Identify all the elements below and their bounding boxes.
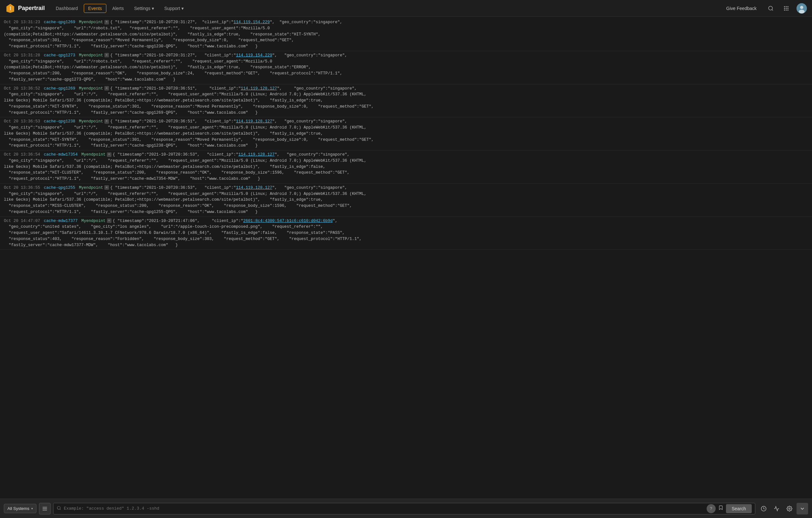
- log-ip-link[interactable]: 114.119.128.127: [236, 186, 272, 190]
- log-server[interactable]: cache-qpg1273: [44, 53, 76, 58]
- log-endpoint[interactable]: Myendpoint: [79, 86, 103, 91]
- log-endpoint[interactable]: Myendpoint: [79, 186, 103, 190]
- log-ip-link[interactable]: 2601:8c4:4300:547:b1c6:c610:d042:6b9d: [243, 219, 333, 223]
- svg-rect-7: [787, 6, 788, 7]
- svg-point-3: [768, 6, 772, 10]
- search-help-button[interactable]: ?: [707, 504, 716, 513]
- svg-point-20: [57, 506, 60, 509]
- log-server[interactable]: cache-qpg1255: [44, 186, 76, 190]
- bottom-bar: All Systems ▾ ? Search: [0, 499, 812, 518]
- nav-links: Dashboard Events Alerts Settings ▾ Suppo…: [51, 4, 720, 13]
- log-time: Oct 20 14:47:07: [4, 219, 40, 223]
- log-endpoint[interactable]: Myendpoint: [79, 53, 103, 58]
- settings-chevron-icon: ▾: [152, 6, 154, 11]
- nav-events[interactable]: Events: [84, 4, 107, 13]
- navbar: Papertrail Dashboard Events Alerts Setti…: [0, 0, 812, 17]
- nav-logo[interactable]: Papertrail: [5, 3, 45, 13]
- nav-alerts[interactable]: Alerts: [108, 4, 128, 13]
- log-endpoint[interactable]: Myendpoint: [79, 20, 103, 25]
- nav-right: Give Feedback: [722, 3, 807, 13]
- search-bar-icon: [57, 506, 61, 512]
- log-server[interactable]: cache-qpg1269: [44, 86, 76, 91]
- system-label: All Systems: [7, 506, 29, 511]
- log-time: Oct 20 13:31:28: [4, 53, 40, 58]
- svg-rect-12: [786, 9, 787, 10]
- time-filter-button[interactable]: [758, 503, 770, 514]
- log-entry[interactable]: Oct 20 13:31:23 cache-qpg1269 Myendpoint…: [0, 18, 812, 51]
- search-input[interactable]: [64, 506, 704, 511]
- svg-rect-10: [787, 8, 788, 9]
- log-expand-button[interactable]: +: [105, 119, 109, 124]
- give-feedback-button[interactable]: Give Feedback: [722, 4, 760, 13]
- user-avatar[interactable]: [796, 3, 807, 13]
- log-entry[interactable]: Oct 20 13:31:28 cache-qpg1273 Myendpoint…: [0, 51, 812, 84]
- settings-button[interactable]: [784, 503, 795, 514]
- log-expand-button[interactable]: +: [107, 152, 112, 157]
- svg-point-23: [789, 508, 790, 509]
- menu-button[interactable]: [39, 503, 51, 514]
- log-entry[interactable]: Oct 20 13:36:55 cache-qpg1255 Myendpoint…: [0, 184, 812, 217]
- log-endpoint[interactable]: Myendpoint: [82, 152, 106, 157]
- log-ip-link[interactable]: 114.119.128.127: [241, 86, 277, 91]
- log-ip-link[interactable]: 114.119.128.127: [236, 119, 272, 124]
- nav-settings[interactable]: Settings ▾: [129, 4, 158, 13]
- svg-rect-5: [784, 6, 785, 7]
- log-entry[interactable]: Oct 20 13:36:53 cache-qpg1238 Myendpoint…: [0, 117, 812, 150]
- svg-rect-11: [784, 9, 785, 10]
- svg-line-21: [60, 509, 61, 510]
- papertrail-logo-icon: [5, 3, 16, 13]
- nav-dashboard[interactable]: Dashboard: [51, 4, 83, 13]
- log-time: Oct 20 13:36:54: [4, 152, 40, 157]
- system-selector[interactable]: All Systems ▾: [4, 504, 36, 513]
- log-entry[interactable]: Oct 20 13:36:52 cache-qpg1269 Myendpoint…: [0, 84, 812, 118]
- svg-line-4: [772, 9, 773, 10]
- log-container: Oct 20 13:31:23 cache-qpg1269 Myendpoint…: [0, 17, 812, 499]
- support-chevron-icon: ▾: [181, 6, 184, 11]
- system-chevron-icon: ▾: [31, 507, 33, 510]
- log-ip-link[interactable]: 114.119.154.229: [236, 53, 272, 58]
- log-time: Oct 20 13:36:53: [4, 119, 40, 124]
- log-expand-button[interactable]: +: [105, 185, 109, 190]
- scroll-to-bottom-button[interactable]: [796, 503, 808, 514]
- log-ip-link[interactable]: 114.119.154.229: [234, 20, 270, 25]
- app-name: Papertrail: [18, 5, 45, 11]
- log-server[interactable]: cache-qpg1269: [44, 20, 76, 25]
- svg-rect-8: [784, 8, 785, 9]
- chart-button[interactable]: [771, 503, 782, 514]
- log-time: Oct 20 13:31:23: [4, 20, 40, 25]
- log-server[interactable]: cache-mdw17377: [44, 219, 78, 223]
- log-server[interactable]: cache-qpg1238: [44, 119, 76, 124]
- log-entry[interactable]: Oct 20 14:47:07 cache-mdw17377 Myendpoin…: [0, 217, 812, 250]
- log-time: Oct 20 13:36:52: [4, 86, 40, 91]
- svg-point-15: [800, 6, 803, 9]
- svg-rect-9: [786, 8, 787, 9]
- search-bar: ? Search: [53, 503, 755, 514]
- nav-apps-button[interactable]: [781, 3, 791, 13]
- nav-search-button[interactable]: [765, 3, 776, 13]
- log-expand-button[interactable]: +: [105, 53, 109, 57]
- log-endpoint[interactable]: Myendpoint: [79, 119, 103, 124]
- bottom-right-icons: [758, 503, 808, 514]
- search-button[interactable]: Search: [726, 504, 752, 513]
- log-entry[interactable]: Oct 20 13:36:54 cache-mdw17354 Myendpoin…: [0, 150, 812, 184]
- bookmark-icon[interactable]: [718, 505, 723, 512]
- log-expand-button[interactable]: +: [105, 20, 109, 25]
- log-endpoint[interactable]: Myendpoint: [82, 219, 106, 223]
- nav-support[interactable]: Support ▾: [160, 4, 188, 13]
- log-server[interactable]: cache-mdw17354: [44, 152, 78, 157]
- svg-rect-13: [787, 9, 788, 10]
- log-expand-button[interactable]: +: [107, 218, 112, 223]
- svg-point-16: [799, 10, 805, 13]
- log-expand-button[interactable]: +: [105, 86, 109, 91]
- log-ip-link[interactable]: 114.119.128.127: [238, 152, 275, 157]
- svg-rect-6: [786, 6, 787, 7]
- log-time: Oct 20 13:36:55: [4, 186, 40, 190]
